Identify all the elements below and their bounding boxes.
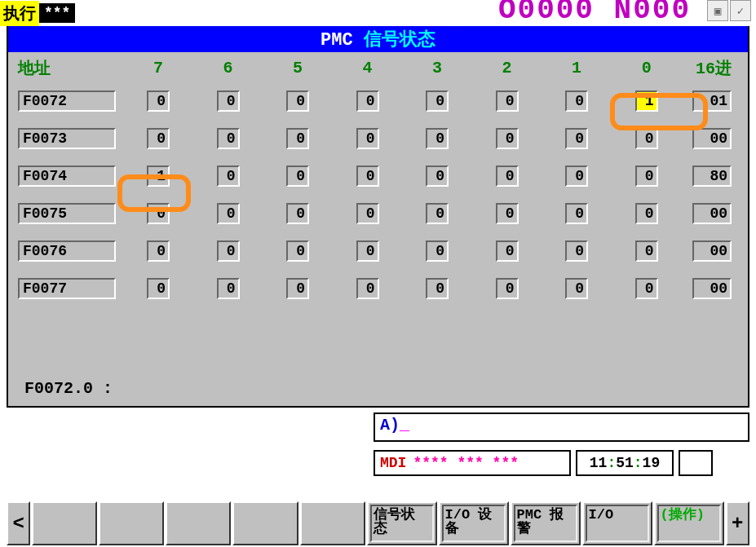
bit-field[interactable]: 0 (356, 203, 379, 224)
time-s: 19 (643, 455, 661, 471)
bit-field[interactable]: 0 (496, 203, 519, 224)
bit-field[interactable]: 0 (565, 128, 588, 149)
header-hex: 16进 (681, 57, 738, 79)
softkey-io-device[interactable]: I/O 设备 (439, 501, 509, 545)
table-row: F00720000000101 (8, 82, 748, 120)
bit-field[interactable]: 0 (635, 240, 658, 262)
bit-field[interactable]: 0 (496, 90, 519, 112)
time-h: 11 (590, 455, 608, 471)
header-bit-1: 1 (542, 59, 612, 77)
softkey-empty-1[interactable] (32, 501, 97, 545)
softkey-empty-4[interactable] (232, 501, 298, 545)
bit-field[interactable]: 0 (496, 165, 519, 187)
hex-field: 00 (692, 278, 732, 299)
program-counter: O0000 N000 (498, 0, 691, 27)
bit-field[interactable]: 0 (286, 278, 309, 299)
empty-status-box (679, 450, 713, 476)
bit-field[interactable]: 0 (286, 165, 309, 187)
softkey-right-plus[interactable]: + (726, 501, 749, 545)
bit-field[interactable]: 0 (147, 278, 170, 299)
softkey-empty-2[interactable] (99, 501, 164, 545)
bit-field[interactable]: 0 (147, 90, 170, 112)
hex-field: 80 (692, 165, 732, 187)
bit-field[interactable]: 0 (426, 128, 449, 149)
address-field[interactable]: F0074 (18, 165, 116, 187)
header-bit-4: 4 (333, 59, 403, 77)
softkeys: < 信号状态 I/O 设备 PMC 报警 I/O (操作) + (7, 501, 749, 545)
bit-field[interactable]: 0 (147, 203, 170, 224)
address-field[interactable]: F0076 (18, 240, 116, 262)
table-row: F00770000000000 (8, 270, 748, 307)
bit-field[interactable]: 0 (217, 203, 240, 224)
header-bit-6: 6 (193, 59, 263, 77)
bit-field[interactable]: 0 (356, 278, 379, 299)
bit-field[interactable]: 0 (286, 90, 309, 112)
bit-field[interactable]: 0 (217, 240, 240, 262)
bit-field[interactable]: 0 (565, 203, 588, 224)
bit-field[interactable]: 0 (356, 90, 379, 112)
hex-field: 00 (692, 203, 732, 224)
bit-field[interactable]: 0 (496, 128, 519, 149)
mode-box: MDI **** *** *** (374, 450, 571, 476)
bit-field[interactable]: 0 (217, 128, 240, 149)
bit-field[interactable]: 0 (426, 278, 449, 299)
softkey-operate[interactable]: (操作) (654, 501, 724, 545)
hex-field: 00 (692, 128, 732, 149)
bit-field[interactable]: 0 (496, 278, 519, 299)
bit-field[interactable]: 0 (426, 90, 449, 112)
bit-field[interactable]: 0 (565, 165, 588, 187)
bit-field[interactable]: 0 (356, 165, 379, 187)
exec-label: 执行 (0, 1, 39, 26)
table-row: F00730000000000 (8, 120, 748, 157)
bit-field[interactable]: 0 (426, 165, 449, 187)
address-field[interactable]: F0075 (18, 203, 116, 224)
bit-field[interactable]: 0 (217, 278, 240, 299)
bit-field[interactable]: 0 (356, 128, 379, 149)
address-field[interactable]: F0073 (18, 128, 116, 149)
bit-field[interactable]: 0 (356, 240, 379, 262)
main-panel: PMC 信号状态 地址 7 6 5 4 3 2 1 0 16进 F0072000… (7, 26, 749, 408)
check-icon[interactable]: ✓ (730, 0, 751, 21)
bit-field[interactable]: 0 (147, 240, 170, 262)
hex-field: 01 (692, 90, 732, 112)
command-prompt[interactable]: A)_ (374, 412, 749, 442)
status-line: F0072.0 : (24, 379, 113, 398)
bit-field[interactable]: 0 (217, 90, 240, 112)
bit-field[interactable]: 0 (496, 240, 519, 262)
bit-field[interactable]: 1 (635, 90, 658, 112)
bit-field[interactable]: 0 (286, 128, 309, 149)
softkey-left-arrow[interactable]: < (7, 501, 30, 545)
bit-field[interactable]: 0 (635, 278, 658, 299)
softkey-io[interactable]: I/O (582, 501, 652, 545)
header-bit-0: 0 (612, 59, 682, 77)
bit-field[interactable]: 0 (147, 128, 170, 149)
bit-field[interactable]: 0 (635, 128, 658, 149)
top-bar: 执行*** O0000 N000 ▣ ✓ (0, 0, 756, 26)
address-field[interactable]: F0077 (18, 278, 116, 299)
time-m: 51 (616, 455, 634, 471)
mode-label: MDI (380, 455, 406, 471)
bit-field[interactable]: 0 (565, 278, 588, 299)
bit-field[interactable]: 1 (147, 165, 170, 187)
bit-field[interactable]: 0 (565, 240, 588, 262)
bit-field[interactable]: 0 (286, 203, 309, 224)
exec-stars: *** (39, 3, 75, 23)
image-icon[interactable]: ▣ (707, 0, 728, 21)
softkey-signal-status[interactable]: 信号状态 (367, 501, 437, 545)
header-row: 地址 7 6 5 4 3 2 1 0 16进 (8, 52, 748, 82)
softkey-empty-3[interactable] (166, 501, 231, 545)
bit-field[interactable]: 0 (426, 240, 449, 262)
softkey-pmc-alarm[interactable]: PMC 报警 (511, 501, 581, 545)
bit-field[interactable]: 0 (426, 203, 449, 224)
bit-field[interactable]: 0 (217, 165, 240, 187)
softkey-empty-5[interactable] (300, 501, 365, 545)
bit-field[interactable]: 0 (565, 90, 588, 112)
time-colon-2: : (634, 455, 643, 471)
bit-field[interactable]: 0 (635, 165, 658, 187)
address-field[interactable]: F0072 (18, 90, 116, 112)
bit-field[interactable]: 0 (635, 203, 658, 224)
time-box: 11:51:19 (576, 450, 674, 476)
status-boxes: MDI **** *** *** 11:51:19 (374, 450, 749, 476)
bit-field[interactable]: 0 (286, 240, 309, 262)
table-row: F00760000000000 (8, 232, 748, 270)
